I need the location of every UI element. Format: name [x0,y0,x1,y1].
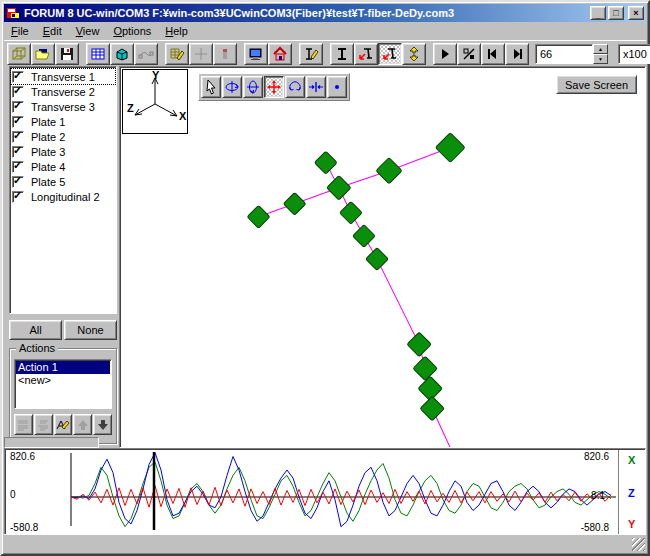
edit-grid-button[interactable] [165,43,189,65]
layer-checkbox[interactable]: ✓ [12,146,24,158]
layer-label: Plate 3 [31,146,65,158]
spinner-up-button[interactable]: ▲ [593,44,608,54]
structure-node[interactable] [353,225,376,248]
step-forward-button[interactable] [505,43,529,65]
open-button[interactable] [31,43,55,65]
structure-node[interactable] [420,396,444,420]
edit-section-button[interactable] [299,43,323,65]
maximize-icon: □ [613,9,618,18]
rotate-screen-tool-button[interactable] [285,76,305,98]
zoom-extents-tool-button[interactable] [306,76,326,98]
scale-dropdown-value: x100 [619,45,650,63]
layer-checkbox[interactable]: ✓ [12,86,24,98]
layer-row[interactable]: ✓Plate 2 [11,129,115,144]
layer-row[interactable]: ✓Plate 3 [11,144,115,159]
scale-dropdown[interactable]: x100 ▼ [618,44,650,64]
layer-label: Plate 4 [31,161,65,173]
structure-node[interactable] [435,133,465,163]
crosshair-button[interactable] [189,43,213,65]
layer-checkbox[interactable]: ✓ [12,116,24,128]
curve-button[interactable] [134,43,158,65]
app-icon [6,6,20,20]
layer-label: Transverse 1 [31,71,95,83]
layer-row[interactable]: ✓Longitudinal 2 [11,189,115,204]
app-window: FORUM 8 UC-win/COM3 F:¥win-com3¥UCwinCOM… [0,0,650,556]
structure-node[interactable] [366,248,389,271]
new-model-button[interactable] [7,43,31,65]
percent-button[interactable] [457,43,481,65]
structure-node[interactable] [314,151,337,174]
action-report-button[interactable] [14,414,33,435]
layer-row[interactable]: ✓Transverse 3 [11,99,115,114]
save-icon [59,46,75,62]
menu-item-options[interactable]: Options [106,23,158,39]
ibeam-move-active-button[interactable] [378,43,402,65]
layer-checkbox[interactable]: ✓ [12,131,24,143]
trace-x [71,462,611,527]
structure-node[interactable] [376,158,402,184]
layer-row[interactable]: ✓Plate 5 [11,174,115,189]
menu-item-file[interactable]: File [4,23,36,39]
pan-tool-button[interactable] [264,76,284,98]
ibeam-move-button[interactable] [354,43,378,65]
layer-row[interactable]: ✓Plate 1 [11,114,115,129]
model-viewport[interactable]: Y X Z [119,66,646,448]
crosshair-icon [193,46,209,62]
layer-checkbox[interactable]: ✓ [12,176,24,188]
deflection-button[interactable] [402,43,426,65]
close-button[interactable]: × [628,6,644,20]
save-button[interactable] [55,43,79,65]
layer-row[interactable]: ✓Transverse 1 [11,69,115,84]
layer-checkbox[interactable]: ✓ [12,191,24,203]
actions-title: Actions [16,342,58,354]
structure-node[interactable] [407,332,431,356]
rotate-x-tool-button[interactable] [243,76,263,98]
house-button[interactable] [268,43,292,65]
action-move-up-button[interactable] [73,414,92,435]
resize-grip-icon[interactable] [632,538,645,551]
spinner-down-button[interactable]: ▼ [593,54,608,64]
monitor-button[interactable] [244,43,268,65]
rotate-y-tool-button[interactable] [222,76,242,98]
menu-item-edit[interactable]: Edit [36,23,69,39]
all-button[interactable]: All [9,320,62,340]
check-icon: ✓ [13,69,22,82]
structure-node[interactable] [247,205,270,228]
menu-item-view[interactable]: View [69,23,107,39]
point-tool-button[interactable] [327,76,347,98]
action-row[interactable]: <new> [16,374,110,387]
structure-node[interactable] [340,201,363,224]
maximize-button[interactable]: □ [608,6,624,20]
structure-node[interactable] [413,356,437,380]
action-edit-button[interactable] [54,414,73,435]
frame-spinner-value[interactable]: 66 [535,44,593,64]
layer-checkbox[interactable]: ✓ [12,161,24,173]
structure-node[interactable] [327,176,351,200]
check-icon: ✓ [13,144,22,157]
action-row[interactable]: Action 1 [16,361,110,374]
select-tool-button[interactable] [201,76,221,98]
section-edit-icon [303,46,319,62]
ibeam-icon [334,46,350,62]
action-buttons [14,414,112,435]
menu-item-help[interactable]: Help [158,23,195,39]
structure-node[interactable] [283,192,306,215]
structure-node[interactable] [418,376,442,400]
table-view-button[interactable] [86,43,110,65]
step-back-button[interactable] [481,43,505,65]
none-button[interactable]: None [64,320,117,340]
layer-checkbox[interactable]: ✓ [12,71,24,83]
3d-view-button[interactable] [110,43,134,65]
marker-button[interactable] [213,43,237,65]
save-screen-button[interactable]: Save Screen [556,75,637,94]
menu-bar: FileEditViewOptionsHelp [4,22,646,40]
layer-row[interactable]: ✓Transverse 2 [11,84,115,99]
title-bar: FORUM 8 UC-win/COM3 F:¥win-com3¥UCwinCOM… [4,4,646,22]
play-button[interactable] [433,43,457,65]
action-summary-button[interactable] [34,414,53,435]
ibeam-button[interactable] [330,43,354,65]
action-move-down-button[interactable] [93,414,112,435]
layer-checkbox[interactable]: ✓ [12,101,24,113]
minimize-button[interactable]: _ [590,6,606,20]
layer-row[interactable]: ✓Plate 4 [11,159,115,174]
